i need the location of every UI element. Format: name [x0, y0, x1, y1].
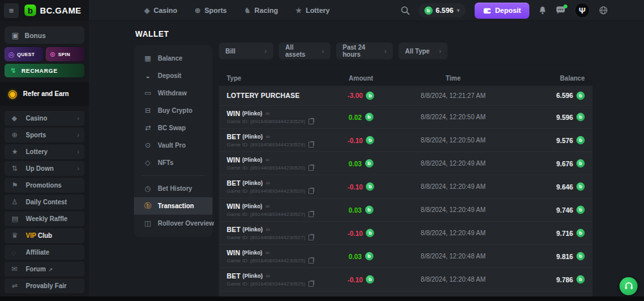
sidebar-item-forum[interactable]: ✉ Forum↗ [5, 262, 84, 277]
sidebar-item-affiliate[interactable]: ◌ Affiliate [5, 245, 84, 260]
hamburger-menu-button[interactable]: ≡ [4, 3, 19, 18]
table-row[interactable]: WIN (Plinko) ∞ Game ID: (891640893444230… [219, 105, 592, 128]
sidebar-item-sports[interactable]: ⊕ Sports › [5, 128, 84, 142]
copy-icon[interactable] [308, 211, 314, 217]
nav-sports[interactable]: ⊕ Sports [194, 6, 227, 15]
table-row[interactable]: BET (Plinko) ∞ Game ID: (891640893444230… [219, 128, 592, 151]
wallet-menu-nfts[interactable]: ◇ NFTs [134, 154, 213, 171]
bcd-coin-icon: b [576, 159, 585, 168]
balance-cell: 6.596b [507, 92, 585, 100]
quest-badge[interactable]: ◎ QUEST [5, 47, 43, 61]
link-icon[interactable]: ∞ [265, 249, 269, 256]
sidebar-item-lottery[interactable]: ★ Lottery › [5, 144, 84, 159]
link-icon[interactable]: ∞ [266, 180, 270, 186]
spin-badge[interactable]: ⊛ SPIN [46, 47, 84, 61]
balance-cell: 9.716b [507, 229, 585, 237]
wallet-menu-vault-pro[interactable]: ⊙ Vault Pro [134, 137, 213, 154]
table-row[interactable]: BET (Plinko) ∞ Game ID: (891440893444230… [219, 221, 592, 244]
link-icon[interactable]: ∞ [265, 203, 269, 209]
copy-icon[interactable] [308, 165, 314, 171]
table-row[interactable]: BET (Plinko) ∞ Game ID: (891640893444230… [219, 267, 592, 291]
wallet-menu-buy-crypto[interactable]: ⊟ Buy Crypto [134, 102, 213, 119]
wallet-menu-transaction[interactable]: ⓑ Transaction [134, 197, 213, 215]
notifications-bell-icon[interactable] [538, 6, 547, 15]
table-row[interactable]: WIN (Plinko) ∞ Game ID: (891440893444230… [219, 198, 592, 221]
language-globe-icon[interactable] [599, 6, 608, 15]
search-icon[interactable] [401, 6, 410, 15]
copy-icon[interactable] [308, 258, 314, 264]
racing-icon: ♞ [244, 6, 251, 15]
wallet-menu-deposit[interactable]: ◒ Deposit [134, 67, 213, 84]
table-row[interactable]: WIN (Plinko) ∞ Game ID: (891640893444230… [219, 244, 592, 267]
sidebar-item-daily-contest[interactable]: ♙ Daily Contest [5, 195, 84, 209]
table-row[interactable]: WIN (Plinko) ∞ Game ID: (891440893444230… [219, 151, 592, 175]
copy-icon[interactable] [308, 281, 314, 287]
link-icon[interactable]: ∞ [266, 226, 270, 233]
table-row[interactable]: LOTTERY PURCHASE -3.00b 8/8/2024, 12:21:… [219, 86, 592, 105]
copy-icon[interactable] [308, 235, 314, 240]
horizontal-scrollbar[interactable] [0, 296, 644, 301]
nav-lottery[interactable]: ★ Lottery [296, 6, 330, 15]
sidebar-item-promotions[interactable]: ⚑ Promotions [5, 178, 84, 193]
bcd-coin-icon: b [576, 136, 585, 144]
balance-cell: 9.646b [507, 182, 585, 191]
bcd-coin-icon: b [366, 136, 374, 144]
withdraw-icon: ▭ [144, 89, 152, 97]
game-name: (Plinko) [243, 180, 263, 186]
brand-name: BC.GAME [40, 6, 81, 15]
sidebar-item-casino[interactable]: ◆ Casino › [5, 111, 84, 126]
table-header-row: TypeAmountTimeBalance [219, 70, 592, 86]
transaction-table: TypeAmountTimeBalance LOTTERY PURCHASE -… [219, 70, 592, 301]
link-icon[interactable]: ∞ [266, 273, 270, 279]
wallet-balance-dropdown[interactable]: b 6.596 ▾ [419, 3, 466, 17]
wallet-menu-bet-history[interactable]: ◷ Bet History [134, 180, 213, 197]
filter-past-24-hours[interactable]: Past 24 hours › [336, 43, 393, 59]
nav-casino[interactable]: ◆ Casino [144, 6, 177, 15]
recharge-card[interactable]: ↯ RECHARGE [5, 64, 84, 77]
copy-icon[interactable] [308, 119, 314, 124]
nav-racing[interactable]: ♞ Racing [244, 6, 278, 15]
transaction-type: LOTTERY PURCHASE [227, 92, 299, 99]
type-cell: LOTTERY PURCHASE [227, 92, 323, 99]
amount-value: 0.03 [348, 253, 361, 260]
link-icon[interactable]: ∞ [265, 157, 269, 163]
wallet-menu-withdraw[interactable]: ▭ Withdraw [134, 84, 213, 102]
wallet-menu-bc-swap[interactable]: ⇄ BC Swap [134, 119, 213, 137]
sidebar-item-vip-club[interactable]: ♛ VIP Club [5, 228, 84, 243]
filter-label: Bill [225, 48, 236, 55]
menu-divider [142, 175, 205, 176]
deposit-button[interactable]: Deposit [475, 3, 529, 19]
sidebar-item-provably-fair[interactable]: ⇌ Provably Fair [5, 278, 84, 293]
sidebar-item-up-down[interactable]: ⇅ Up Down › [5, 161, 84, 176]
bc-game-logo[interactable]: b BC.GAME [24, 5, 81, 16]
copy-icon[interactable] [308, 188, 314, 194]
wallet-menu-rollover-overview[interactable]: ◫ Rollover Overview [134, 215, 213, 232]
link-icon[interactable]: ∞ [266, 133, 270, 140]
sidebar-item-label: VIP Club [26, 232, 52, 239]
time-cell: 8/8/2024, 12:20:50 AM [399, 137, 508, 144]
nav-label: Casino [153, 6, 177, 14]
gift-icon: ▣ [12, 31, 19, 40]
wallet-menu-balance[interactable]: ▦ Balance [134, 50, 213, 67]
bc-game-app: ≡ b BC.GAME ◆ Casino ⊕ Sports ♞ Racing ★… [0, 0, 644, 301]
user-avatar[interactable]: Ψ [574, 3, 590, 18]
link-icon[interactable]: ∞ [265, 110, 269, 117]
refer-and-earn-card[interactable]: ◉ Refer and Earn [0, 82, 89, 106]
type-cell: WIN (Plinko) ∞ Game ID: (891640893444230… [227, 249, 323, 264]
chat-icon[interactable] [556, 6, 565, 15]
support-headset-button[interactable] [620, 277, 638, 295]
updown-icon: ⇅ [12, 164, 23, 173]
filter-bill[interactable]: Bill › [219, 43, 273, 59]
filter-label: All Type [405, 48, 430, 55]
game-id: Game ID: (891640893444230525) [227, 258, 323, 264]
sidebar-bonus-card[interactable]: ▣ Bonus [5, 26, 84, 44]
vault-icon: ⊙ [144, 141, 152, 150]
sidebar-item-weekly-raffle[interactable]: ▤ Weekly Raffle [5, 211, 84, 226]
amount-value: 0.03 [348, 160, 361, 168]
vip-crown-icon: ♛ [12, 231, 23, 240]
filter-all-assets[interactable]: All assets › [279, 43, 330, 59]
filter-all-type[interactable]: All Type › [399, 43, 448, 59]
copy-icon[interactable] [308, 142, 314, 148]
transaction-type: BET [227, 179, 241, 187]
table-row[interactable]: BET (Plinko) ∞ Game ID: (891440893444230… [219, 175, 592, 198]
